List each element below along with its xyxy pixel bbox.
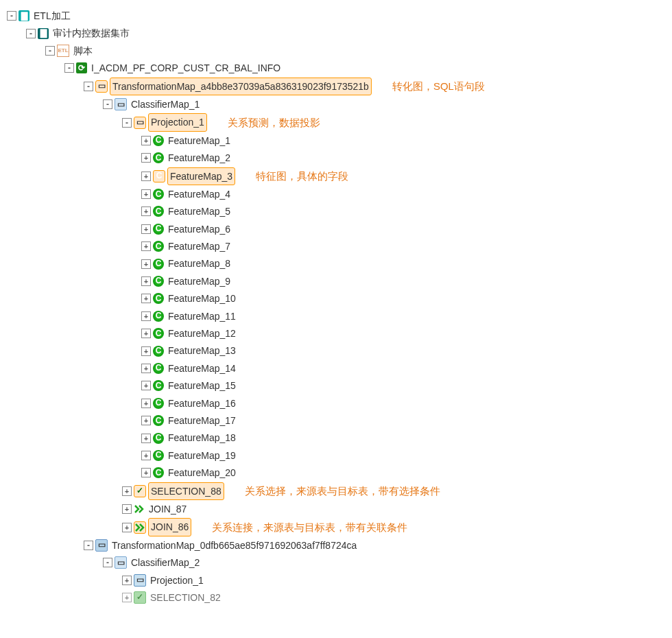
selection-icon: ✓	[134, 591, 146, 604]
tree-node-featuremap[interactable]: +CFeatureMap_13	[7, 342, 672, 359]
expand-icon[interactable]: +	[141, 276, 151, 286]
feature-icon: C	[153, 152, 164, 163]
tree-node-sel82[interactable]: + ✓ SELECTION_82	[7, 589, 672, 606]
node-label: SELECTION_88	[148, 482, 224, 500]
node-label: ETL加工	[32, 8, 73, 24]
tree-node-featuremap[interactable]: +CFeatureMap_8	[7, 255, 672, 272]
tree-node-tmap2[interactable]: - ▭ TransformationMap_0dfb665ae85f971692…	[7, 537, 672, 554]
tree-node-featuremap[interactable]: +CFeatureMap_15	[7, 377, 672, 394]
collapse-icon[interactable]: -	[84, 541, 93, 550]
feature-icon: C	[153, 311, 164, 322]
expand-icon[interactable]: +	[141, 451, 151, 460]
node-label: FeatureMap_13	[166, 342, 238, 359]
tree-node-proj2[interactable]: + ▭ Projection_1	[7, 572, 672, 589]
tree-node-featuremap[interactable]: +CFeatureMap_16	[7, 395, 672, 412]
tree-node-featuremap[interactable]: +CFeatureMap_14	[7, 360, 672, 377]
map-icon: ▭	[95, 539, 108, 552]
tree-node-join87[interactable]: + JOIN_87	[7, 501, 672, 517]
tree-node-featuremap[interactable]: +CFeatureMap_12	[7, 325, 672, 342]
tree-node-featuremap[interactable]: +CFeatureMap_6	[7, 221, 672, 237]
tree-node-featuremap[interactable]: +CFeatureMap_3特征图，具体的字段	[7, 167, 672, 185]
tree-node-sel88[interactable]: + ✓ SELECTION_88 关系选择，来源表与目标表，带有选择条件	[7, 482, 672, 500]
tree-node-cls1[interactable]: - ▭ ClassifierMap_1	[7, 96, 672, 113]
tree-node-featuremap[interactable]: +CFeatureMap_10	[7, 290, 672, 307]
collapse-icon[interactable]: -	[45, 46, 55, 56]
tree-node-join86[interactable]: + JOIN_86 关系连接，来源表与目标表，带有关联条件	[7, 518, 672, 536]
node-label: JOIN_87	[147, 501, 189, 517]
node-label: FeatureMap_5	[166, 203, 232, 220]
collapse-icon[interactable]: -	[84, 82, 93, 91]
tree-node-featuremap[interactable]: +CFeatureMap_1	[7, 132, 672, 149]
tree-node-cls2[interactable]: - ▭ ClassifierMap_2	[7, 554, 672, 571]
node-label: FeatureMap_7	[166, 238, 232, 255]
feature-icon: C	[153, 189, 164, 200]
projection-icon: ▭	[134, 574, 146, 587]
collapse-icon[interactable]: -	[26, 29, 36, 38]
tree-node-audit[interactable]: - ▇ 审计内控数据集市	[7, 25, 672, 41]
feature-icon: C	[153, 433, 164, 444]
expand-icon[interactable]: +	[141, 172, 151, 181]
node-label: FeatureMap_1	[166, 132, 232, 149]
node-label: FeatureMap_2	[166, 150, 232, 166]
expand-icon[interactable]: +	[141, 399, 151, 408]
tree-view: - ▇ ETL加工 - ▇ 审计内控数据集市 - ETL 脚本 - ⟳ I_AC…	[7, 8, 672, 606]
feature-icon: C	[153, 224, 164, 235]
collapse-icon[interactable]: -	[7, 11, 16, 21]
tree-node-featuremap[interactable]: +CFeatureMap_2	[7, 150, 672, 166]
expand-icon[interactable]: +	[141, 468, 151, 477]
collapse-icon[interactable]: -	[103, 99, 112, 109]
feature-icon: C	[153, 346, 164, 357]
expand-icon[interactable]: +	[141, 434, 151, 443]
expand-icon[interactable]: +	[141, 241, 151, 251]
feature-icon: C	[153, 276, 164, 287]
tree-node-featuremap[interactable]: +CFeatureMap_5	[7, 203, 672, 220]
tree-node-script[interactable]: - ETL 脚本	[7, 43, 672, 59]
tree-node-tmap1[interactable]: - ▭ TransformationMap_a4bb8e37039a5a8363…	[7, 78, 672, 95]
node-label: FeatureMap_16	[166, 395, 238, 412]
expand-icon[interactable]: +	[122, 486, 132, 496]
join-icon	[134, 504, 145, 515]
expand-icon[interactable]: +	[122, 576, 132, 585]
expand-icon[interactable]: +	[122, 523, 132, 532]
expand-icon[interactable]: +	[141, 311, 151, 321]
expand-icon[interactable]: +	[122, 504, 132, 514]
feature-icon: C	[153, 380, 164, 391]
expand-icon[interactable]: +	[141, 329, 151, 338]
etl-icon: ETL	[57, 45, 69, 57]
expand-icon[interactable]: +	[122, 593, 132, 602]
tree-node-featuremap[interactable]: +CFeatureMap_4	[7, 186, 672, 202]
collapse-icon[interactable]: -	[64, 63, 74, 73]
node-label: JOIN_86	[148, 518, 191, 536]
map-icon: ▭	[95, 80, 108, 93]
node-label: ClassifierMap_2	[129, 554, 202, 571]
tree-node-root[interactable]: - ▇ ETL加工	[7, 8, 672, 24]
annotation: 关系预测，数据投影	[228, 115, 320, 131]
collapse-icon[interactable]: -	[122, 118, 132, 128]
tree-node-featuremap[interactable]: +CFeatureMap_20	[7, 464, 672, 481]
feature-icon: C	[153, 328, 164, 339]
tree-node-featuremap[interactable]: +CFeatureMap_18	[7, 429, 672, 446]
expand-icon[interactable]: +	[141, 381, 151, 390]
expand-icon[interactable]: +	[141, 189, 151, 199]
feature-icon: C	[153, 363, 164, 374]
expand-icon[interactable]: +	[141, 136, 151, 145]
expand-icon[interactable]: +	[141, 224, 151, 234]
node-label: 审计内控数据集市	[51, 25, 132, 41]
tree-node-proj1[interactable]: - ▭ Projection_1 关系预测，数据投影	[7, 113, 672, 131]
tree-node-featuremap[interactable]: +CFeatureMap_17	[7, 412, 672, 429]
tree-node-acdm[interactable]: - ⟳ I_ACDM_PF_CORP_CUST_CR_BAL_INFO	[7, 60, 672, 76]
expand-icon[interactable]: +	[141, 294, 151, 303]
expand-icon[interactable]: +	[141, 416, 151, 425]
expand-icon[interactable]: +	[141, 346, 151, 356]
expand-icon[interactable]: +	[141, 206, 151, 216]
expand-icon[interactable]: +	[141, 364, 151, 373]
tree-node-featuremap[interactable]: +CFeatureMap_11	[7, 308, 672, 324]
tree-node-featuremap[interactable]: +CFeatureMap_9	[7, 273, 672, 290]
node-label: SELECTION_82	[148, 589, 223, 606]
collapse-icon[interactable]: -	[103, 558, 112, 567]
tree-node-featuremap[interactable]: +CFeatureMap_19	[7, 447, 672, 464]
tree-node-featuremap[interactable]: +CFeatureMap_7	[7, 238, 672, 255]
node-label: FeatureMap_11	[166, 308, 238, 324]
expand-icon[interactable]: +	[141, 259, 151, 269]
expand-icon[interactable]: +	[141, 153, 151, 163]
